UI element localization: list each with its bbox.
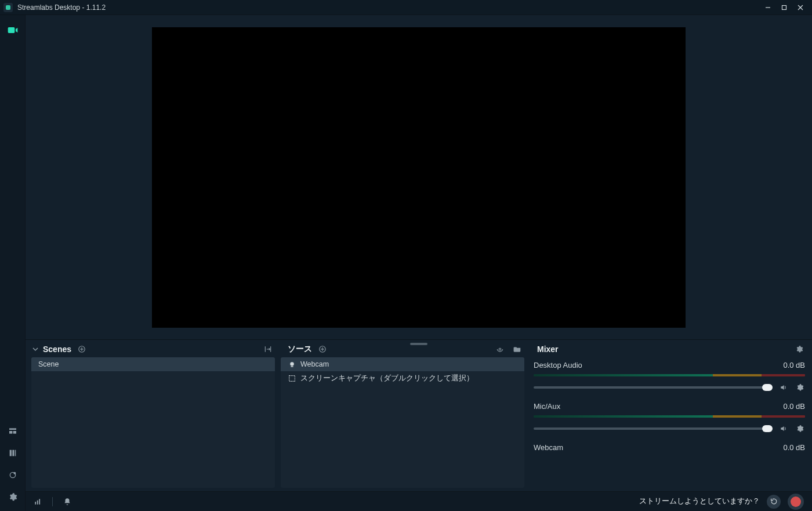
layout-icon[interactable] [5, 423, 21, 439]
record-icon [791, 496, 801, 507]
source-folder-icon[interactable] [512, 343, 523, 355]
mixer-settings-icon[interactable] [793, 343, 805, 355]
mixer-panel: Mixer Desktop Audio 0.0 dB [530, 341, 812, 491]
mixer-channel-name: Mic/Aux [534, 402, 560, 411]
mixer-channel-db: 0.0 dB [783, 443, 805, 452]
screen-capture-icon [288, 374, 296, 382]
left-rail [0, 15, 26, 511]
bottom-bar: ストリームしようとしていますか？ [26, 491, 812, 511]
themes-icon[interactable] [5, 445, 21, 461]
source-item-label: Webcam [300, 360, 329, 368]
source-item[interactable]: スクリーンキャプチャ（ダブルクリックして選択） [281, 371, 524, 385]
source-settings-icon[interactable] [494, 343, 506, 355]
scene-item-label: Scene [38, 360, 59, 368]
svg-rect-7 [9, 450, 11, 456]
svg-rect-23 [289, 375, 295, 381]
mixer-channel: Webcam 0.0 dB [534, 440, 805, 452]
svg-rect-26 [39, 499, 40, 504]
svg-point-20 [499, 348, 501, 350]
source-item-label: スクリーンキャプチャ（ダブルクリックして選択） [300, 374, 474, 383]
sources-list: Webcam スクリーンキャプチャ（ダブルクリックして選択） [281, 357, 524, 488]
volume-slider[interactable] [534, 386, 773, 389]
scene-transition-icon[interactable] [262, 343, 274, 355]
channel-settings-icon[interactable] [795, 423, 805, 434]
app-title: Streamlabs Desktop - 1.11.2 [17, 3, 106, 12]
add-scene-button[interactable] [76, 343, 88, 355]
scenes-panel: Scenes Scene [26, 341, 281, 491]
svg-rect-1 [782, 5, 786, 9]
preview-area [26, 15, 812, 340]
add-source-button[interactable] [317, 343, 328, 355]
svg-rect-9 [15, 450, 16, 456]
svg-point-11 [13, 472, 16, 474]
undo-button[interactable] [767, 495, 781, 509]
channel-settings-icon[interactable] [795, 382, 805, 393]
resize-handle[interactable] [410, 343, 427, 345]
svg-rect-25 [37, 500, 38, 504]
svg-rect-22 [291, 366, 293, 367]
mixer-channel: Mic/Aux 0.0 dB [534, 398, 805, 440]
minimize-button[interactable] [760, 0, 776, 15]
chevron-down-icon[interactable] [32, 346, 38, 352]
close-button[interactable] [792, 0, 809, 15]
speaker-icon[interactable] [778, 423, 789, 434]
title-bar: Streamlabs Desktop - 1.11.2 [0, 0, 812, 15]
mixer-channel-name: Webcam [534, 443, 563, 452]
volume-slider[interactable] [534, 427, 773, 430]
svg-rect-5 [9, 431, 12, 434]
mixer-channel-db: 0.0 dB [783, 402, 805, 411]
scenes-title: Scenes [43, 345, 71, 354]
stats-icon[interactable] [34, 498, 42, 506]
svg-rect-4 [9, 428, 16, 430]
mixer-channel-db: 0.0 dB [783, 361, 805, 369]
preview-canvas[interactable] [152, 27, 686, 328]
svg-rect-24 [35, 502, 36, 505]
notifications-icon[interactable] [63, 498, 71, 506]
svg-rect-6 [13, 431, 16, 434]
settings-icon[interactable] [5, 489, 21, 505]
sources-title: ソース [288, 344, 312, 354]
record-button[interactable] [788, 494, 804, 510]
apps-icon[interactable] [5, 467, 21, 483]
webcam-icon [288, 360, 296, 368]
separator [52, 497, 53, 506]
mixer-list: Desktop Audio 0.0 dB [534, 357, 805, 488]
streaming-question: ストリームしようとしていますか？ [639, 496, 760, 506]
maximize-button[interactable] [776, 0, 792, 15]
svg-rect-8 [12, 450, 14, 456]
app-icon [3, 3, 13, 12]
scenes-list: Scene [31, 357, 275, 488]
audio-meter [534, 415, 805, 418]
mixer-channel: Desktop Audio 0.0 dB [534, 357, 805, 398]
mixer-channel-name: Desktop Audio [534, 361, 582, 369]
speaker-icon[interactable] [778, 382, 789, 393]
scene-item[interactable]: Scene [31, 357, 275, 371]
source-item[interactable]: Webcam [281, 357, 524, 371]
svg-point-21 [290, 362, 294, 366]
mixer-title: Mixer [537, 345, 559, 354]
audio-meter [534, 374, 805, 376]
sources-panel: ソース [281, 341, 530, 491]
editor-tab-icon[interactable] [5, 22, 21, 38]
